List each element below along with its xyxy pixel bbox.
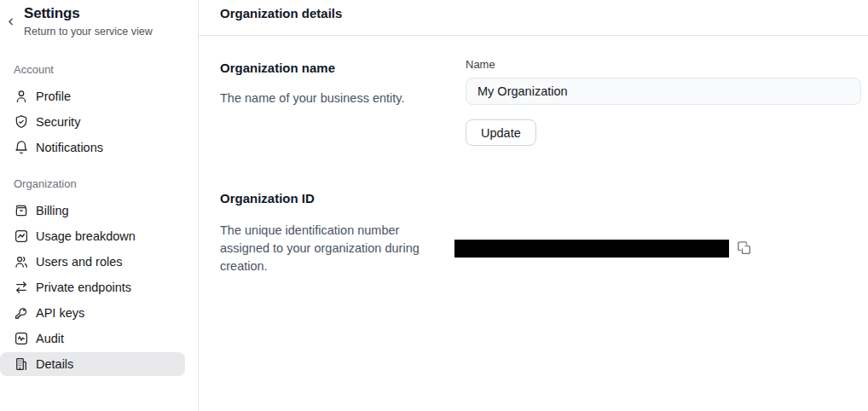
sidebar-item-label: Private endpoints	[36, 281, 131, 294]
organization-name-section: Organization name The name of your busin…	[220, 58, 861, 146]
update-button[interactable]: Update	[466, 119, 536, 146]
organization-id-heading: Organization ID	[220, 191, 454, 206]
sidebar-item-label: Notifications	[36, 141, 103, 154]
activity-square-icon	[14, 331, 29, 346]
building-icon	[14, 356, 29, 372]
page-title: Organization details	[220, 6, 868, 20]
chart-icon	[14, 229, 29, 244]
sidebar-item-label: Users and roles	[36, 255, 123, 269]
section-label-organization: Organization	[14, 177, 184, 191]
sidebar-item-notifications[interactable]: Notifications	[0, 136, 185, 159]
copy-button[interactable]	[737, 240, 752, 256]
sidebar-item-label: Billing	[36, 204, 69, 217]
main-header: Organization details	[199, 0, 868, 36]
organization-name-description: The name of your business entity.	[220, 90, 466, 107]
section-label-account: Account	[14, 63, 184, 77]
sidebar-item-users-and-roles[interactable]: Users and roles	[0, 250, 185, 274]
shield-check-icon	[14, 114, 29, 130]
sidebar-item-label: Details	[36, 357, 73, 371]
sidebar-item-usage-breakdown[interactable]: Usage breakdown	[0, 224, 185, 248]
arrows-left-right-icon	[14, 280, 29, 295]
sidebar-item-billing[interactable]: Billing	[0, 199, 185, 223]
copy-icon	[737, 240, 752, 256]
sidebar-title: Settings	[24, 4, 198, 23]
sidebar-item-label: Security	[36, 115, 80, 129]
sidebar-item-label: Usage breakdown	[36, 229, 136, 243]
wallet-icon	[14, 203, 29, 218]
sidebar-item-label: API keys	[36, 306, 84, 320]
organization-id-value-redacted	[454, 240, 729, 258]
sidebar-header: Settings Return to your service view	[0, 4, 198, 38]
organization-name-info: Organization name The name of your busin…	[220, 58, 466, 146]
back-button[interactable]	[3, 14, 18, 29]
sidebar-item-security[interactable]: Security	[0, 110, 185, 134]
organization-name-heading: Organization name	[220, 61, 466, 75]
organization-id-info: Organization ID The unique identificatio…	[220, 188, 454, 275]
users-icon	[14, 254, 29, 269]
user-icon	[14, 89, 29, 104]
sidebar-item-details[interactable]: Details	[0, 352, 185, 376]
organization-id-section: Organization ID The unique identificatio…	[220, 188, 861, 275]
chevron-left-icon	[5, 16, 16, 27]
settings-sidebar: Settings Return to your service view Acc…	[0, 0, 199, 411]
sidebar-item-label: Audit	[36, 332, 64, 345]
sidebar-subtitle: Return to your service view	[24, 25, 198, 38]
name-field-label: Name	[466, 58, 861, 72]
sidebar-item-audit[interactable]: Audit	[0, 327, 185, 350]
sidebar-item-private-endpoints[interactable]: Private endpoints	[0, 275, 185, 299]
organization-name-input[interactable]	[466, 78, 861, 105]
organization-id-value-row	[454, 221, 752, 275]
bell-icon	[14, 140, 29, 155]
details-content: Organization name The name of your busin…	[199, 36, 868, 275]
main-content: Organization details Organization name T…	[199, 0, 868, 411]
organization-nav: Billing Usage breakdown Users and roles …	[0, 199, 198, 376]
account-nav: Profile Security Notifications	[0, 84, 198, 159]
sidebar-item-label: Profile	[36, 90, 71, 103]
settings-page: Settings Return to your service view Acc…	[0, 0, 868, 411]
sidebar-item-api-keys[interactable]: API keys	[0, 301, 185, 325]
key-icon	[14, 305, 29, 321]
organization-id-description: The unique identification number assigne…	[220, 222, 433, 275]
organization-name-form: Name Update	[466, 58, 861, 146]
sidebar-item-profile[interactable]: Profile	[0, 84, 185, 108]
